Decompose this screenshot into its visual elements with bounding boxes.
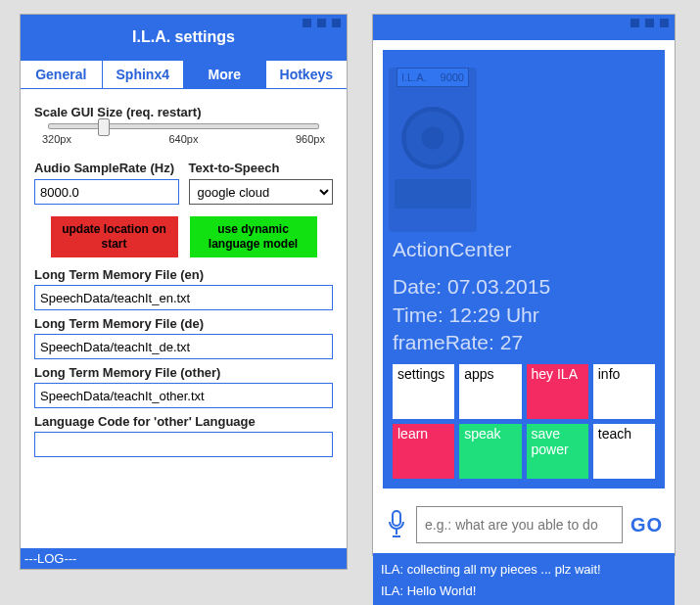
device-label-left: I.L.A. [401,70,427,84]
actioncenter-title: ActionCenter [393,236,655,263]
console-line: ILA: collecting all my pieces ... plz wa… [381,559,667,581]
mem-en-label: Long Term Memory File (en) [34,267,333,282]
window-control-box[interactable] [645,19,654,27]
scale-ticks: 320px 640px 960px [40,131,327,145]
console-line: ILA: Hello World! [381,581,667,602]
langcode-label: Language Code for 'other' Language [34,414,333,429]
tile-speak[interactable]: speak [459,424,521,479]
device-illustration: I.L.A. 9000 [389,68,477,232]
tile-save-power[interactable]: save power [527,424,588,479]
settings-body: Scale GUI Size (req. restart) 320px 640p… [21,89,347,461]
langcode-input[interactable] [34,432,333,457]
tile-teach[interactable]: teach [593,424,655,479]
settings-title: I.L.A. settings [21,15,347,60]
tile-hey-ILA[interactable]: hey ILA [527,364,588,419]
log-bar: ---LOG--- [21,548,347,569]
tab-more[interactable]: More [184,61,266,88]
settings-tabs: General Sphinx4 More Hotkeys [21,60,347,89]
tile-settings[interactable]: settings [393,364,454,419]
action-header: I.L.A. 9000 ActionCenter Date: 07.03.201… [393,71,655,356]
tile-learn[interactable]: learn [393,424,454,479]
ask-row: GO [373,489,675,553]
device-speaker-icon [401,107,464,169]
scale-label: Scale GUI Size (req. restart) [34,105,333,119]
scale-tick: 960px [296,133,325,145]
go-button[interactable]: GO [630,514,663,536]
actioncenter-date: Date: 07.03.2015 [393,273,655,301]
window-control-box[interactable] [630,19,639,27]
actioncenter-framerate: frameRate: 27 [393,329,655,356]
window-control-box[interactable] [317,19,326,27]
tile-grid: settingsappshey ILAinfolearnspeaksave po… [393,364,655,479]
actioncenter-time: Time: 12:29 Uhr [393,302,655,329]
actioncenter-titlebar[interactable] [373,15,675,40]
settings-window: I.L.A. settings General Sphinx4 More Hot… [20,14,348,570]
device-screen: I.L.A. 9000 [397,68,469,87]
tab-general[interactable]: General [21,61,103,88]
samplerate-input[interactable] [34,179,179,205]
tts-select[interactable]: google cloud [189,179,334,205]
tile-info[interactable]: info [593,364,655,419]
tts-label: Text-to-Speech [189,161,334,175]
tab-sphinx4[interactable]: Sphinx4 [103,61,185,88]
window-control-box[interactable] [303,19,311,27]
dynamic-lang-button[interactable]: use dynamic language model [190,216,317,257]
scale-tick: 320px [42,133,71,145]
actioncenter-window: I.L.A. 9000 ActionCenter Date: 07.03.201… [372,14,676,556]
window-control-box[interactable] [332,19,341,27]
console-output: ILA: collecting all my pieces ... plz wa… [373,553,675,605]
mem-de-label: Long Term Memory File (de) [34,316,333,331]
microphone-icon[interactable] [385,509,408,541]
scale-slider[interactable] [48,123,319,129]
device-label-right: 9000 [441,70,464,84]
window-controls [303,19,341,27]
ask-input[interactable] [416,506,623,543]
scale-tick: 640px [169,133,199,145]
tile-apps[interactable]: apps [459,364,521,419]
window-control-box[interactable] [660,19,669,27]
settings-titlebar[interactable]: I.L.A. settings [21,15,347,60]
scale-slider-thumb[interactable] [98,118,110,136]
window-controls [630,19,669,27]
mem-other-input[interactable] [34,383,333,408]
tab-hotkeys[interactable]: Hotkeys [266,61,348,88]
action-panel: I.L.A. 9000 ActionCenter Date: 07.03.201… [383,50,665,489]
update-location-button[interactable]: update location on start [51,216,178,257]
mem-de-input[interactable] [34,334,333,359]
mem-en-input[interactable] [34,285,333,310]
mem-other-label: Long Term Memory File (other) [34,365,333,380]
samplerate-label: Audio SampleRate (Hz) [34,161,179,175]
scale-slider-row: 320px 640px 960px [34,123,333,145]
device-base [395,179,471,209]
